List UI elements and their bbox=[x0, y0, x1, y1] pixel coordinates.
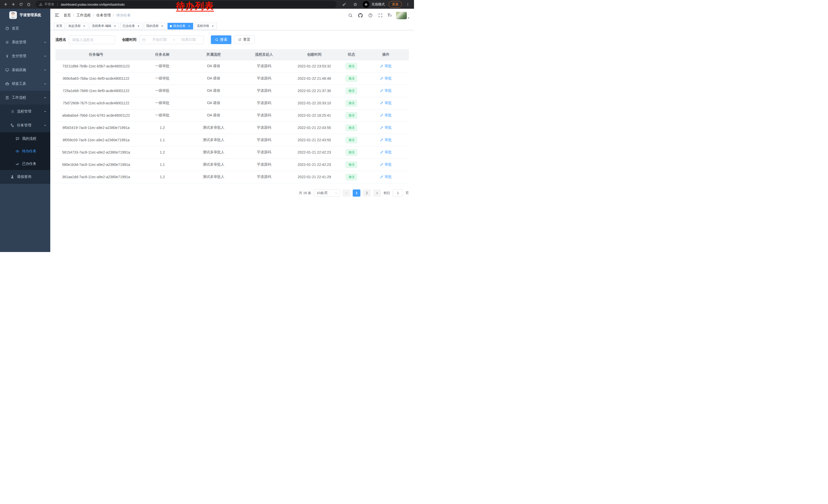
table-row[interactable]: 580e1b3d-7ac8-11ec-a9e2-a2380e71991a 1.1… bbox=[55, 158, 409, 171]
approve-link[interactable]: 审批 bbox=[380, 175, 392, 179]
approve-link-label: 审批 bbox=[384, 64, 392, 68]
search-icon[interactable] bbox=[347, 12, 353, 18]
close-icon[interactable]: × bbox=[113, 25, 117, 28]
reset-button[interactable]: 重置 bbox=[234, 35, 254, 44]
browser-back-button[interactable] bbox=[2, 1, 9, 8]
tab-my-process[interactable]: 我的流程× bbox=[144, 23, 166, 30]
tab-form-edit[interactable]: 流程表单-编辑× bbox=[89, 23, 119, 30]
sidebar: 芋道管理系统 首页 系统管理 支付管理 基础设施 研发工具 bbox=[0, 9, 50, 252]
approve-link[interactable]: 审批 bbox=[380, 150, 392, 154]
cell-initiator: 芋道源码 bbox=[239, 146, 289, 158]
browser-home-button[interactable] bbox=[25, 1, 32, 8]
sidebar-item-my-process[interactable]: 我的流程 bbox=[0, 132, 50, 145]
end-date-placeholder[interactable]: 结束日期 bbox=[176, 37, 201, 42]
table-row[interactable]: 73211d9d-7b9b-11ec-b5b7-acde48001122 一级审… bbox=[55, 60, 409, 72]
sidebar-item-payment[interactable]: 支付管理 bbox=[0, 49, 50, 63]
bookmark-star-icon[interactable] bbox=[352, 1, 359, 8]
sidebar-item-label: 基础设施 bbox=[12, 68, 26, 72]
goto-page-input[interactable] bbox=[393, 189, 403, 197]
table-row[interactable]: 75d72608-7b7f-11ec-a3c8-acde48001122 一级审… bbox=[55, 97, 409, 109]
user-menu[interactable] bbox=[396, 12, 410, 19]
cell-status: 激活 bbox=[340, 134, 363, 146]
table-row[interactable]: a6aba0a4-7b6d-11ec-b781-acde48001122 一级审… bbox=[55, 109, 409, 122]
browser-refresh-button[interactable] bbox=[17, 1, 25, 8]
breadcrumb-item[interactable]: 工作流程 bbox=[76, 13, 91, 18]
github-icon[interactable] bbox=[358, 12, 363, 18]
table-row[interactable]: 58154733-7ac8-11ec-a9e2-a2380e71991a 1.2… bbox=[55, 146, 409, 158]
security-label[interactable]: 不安全 bbox=[44, 2, 54, 7]
sidebar-item-leave-query[interactable]: 请假查询 bbox=[0, 170, 50, 184]
approve-link[interactable]: 审批 bbox=[380, 101, 392, 105]
font-size-icon[interactable]: TT bbox=[387, 13, 392, 17]
close-icon[interactable]: × bbox=[211, 25, 214, 28]
tab-home[interactable]: 首页 bbox=[54, 23, 65, 30]
page-button-2[interactable]: 2 bbox=[363, 189, 371, 197]
sidebar-item-process-mgmt[interactable]: 流程管理 bbox=[0, 104, 50, 119]
sidebar-item-infra[interactable]: 基础设施 bbox=[0, 63, 50, 77]
fullscreen-icon[interactable] bbox=[378, 12, 383, 18]
process-name-input[interactable] bbox=[69, 35, 115, 44]
status-badge: 激活 bbox=[346, 100, 357, 106]
approve-link-label: 审批 bbox=[384, 76, 392, 81]
prev-page-button[interactable] bbox=[342, 189, 350, 197]
approve-link-label: 审批 bbox=[384, 101, 392, 105]
omnibox-divider bbox=[57, 3, 58, 6]
table-row[interactable]: 8f059c03-7ac8-11ec-a9e2-a2380e71991a 1.1… bbox=[55, 134, 409, 146]
cell-process: 测试多审批人 bbox=[188, 134, 239, 146]
search-button[interactable]: 搜索 bbox=[211, 35, 232, 44]
password-key-icon[interactable] bbox=[341, 1, 348, 8]
page-size-select[interactable]: 10条/页 bbox=[314, 189, 340, 197]
sidebar-item-devtools[interactable]: 研发工具 bbox=[0, 77, 50, 91]
close-icon[interactable]: × bbox=[187, 25, 191, 28]
cell-task-name: 1.1 bbox=[137, 134, 188, 146]
approve-link-label: 审批 bbox=[384, 162, 392, 167]
approve-link[interactable]: 审批 bbox=[380, 76, 392, 81]
table-row[interactable]: 8f0d1619-7ac8-11ec-a9e2-a2380e71991a 1.2… bbox=[55, 122, 409, 134]
approve-link[interactable]: 审批 bbox=[380, 162, 392, 167]
active-dot bbox=[170, 25, 172, 27]
status-badge: 激活 bbox=[346, 162, 357, 168]
tab-start-process[interactable]: 发起流程× bbox=[66, 23, 88, 30]
chrome-update-button[interactable]: 更新 bbox=[388, 1, 402, 8]
person-icon bbox=[10, 175, 14, 179]
app-logo-title[interactable]: 芋道管理系统 bbox=[0, 9, 50, 21]
browser-forward-button[interactable] bbox=[10, 1, 17, 8]
tab-todo-task[interactable]: 待办任务× bbox=[167, 23, 193, 30]
table-row[interactable]: 069c6a63-7b8a-11ec-8ef0-acde48001122 一级审… bbox=[55, 72, 409, 85]
table-row[interactable]: 381aa1dd-7ac8-11ec-a9e2-a2380e71991a 1.2… bbox=[55, 171, 409, 183]
next-page-button[interactable] bbox=[373, 189, 381, 197]
date-range-picker[interactable]: 开始日期 - 结束日期 bbox=[139, 35, 204, 44]
approve-link[interactable]: 审批 bbox=[380, 88, 392, 93]
edit-pen-icon bbox=[380, 150, 383, 154]
tab-done-task[interactable]: 已办任务× bbox=[120, 23, 142, 30]
sidebar-item-home[interactable]: 首页 bbox=[0, 21, 50, 35]
sidebar-item-label: 待办任务 bbox=[22, 149, 36, 153]
address-bar[interactable]: 不安全 dashboard.yudao.iocoder.cn/bpm/task/… bbox=[35, 1, 336, 8]
sidebar-item-todo-task[interactable]: 待办任务 bbox=[0, 145, 50, 157]
help-icon[interactable] bbox=[368, 12, 373, 18]
approve-link[interactable]: 审批 bbox=[380, 138, 392, 142]
breadcrumb-item[interactable]: 首页 bbox=[64, 13, 71, 18]
approve-link[interactable]: 审批 bbox=[380, 125, 392, 130]
breadcrumb-item[interactable]: 任务管理 bbox=[96, 13, 111, 18]
approve-link[interactable]: 审批 bbox=[380, 113, 392, 118]
table-row[interactable]: 725a1eb6-7b88-11ec-8ef0-acde48001122 一级审… bbox=[55, 85, 409, 97]
page-unit-label: 页 bbox=[406, 191, 409, 195]
approve-link[interactable]: 审批 bbox=[380, 64, 392, 68]
sidebar-item-task-mgmt[interactable]: 任务管理 bbox=[0, 119, 50, 132]
start-date-placeholder[interactable]: 开始日期 bbox=[147, 37, 172, 42]
browser-menu-icon[interactable] bbox=[406, 2, 410, 6]
cell-task-id: 580e1b3d-7ac8-11ec-a9e2-a2380e71991a bbox=[55, 158, 137, 171]
close-icon[interactable]: × bbox=[137, 25, 140, 28]
url-text[interactable]: dashboard.yudao.iocoder.cn/bpm/task/todo bbox=[61, 3, 125, 6]
sidebar-item-workflow[interactable]: 工作流程 bbox=[0, 91, 50, 104]
user-avatar[interactable] bbox=[396, 12, 407, 19]
sidebar-item-system[interactable]: 系统管理 bbox=[0, 35, 50, 49]
close-icon[interactable]: × bbox=[160, 25, 164, 28]
edit-pen-icon bbox=[380, 163, 383, 166]
tab-process-detail[interactable]: 流程详情× bbox=[195, 23, 217, 30]
sidebar-toggle-icon[interactable] bbox=[54, 12, 60, 18]
close-icon[interactable]: × bbox=[82, 25, 86, 28]
sidebar-item-done-task[interactable]: 已办任务 bbox=[0, 157, 50, 170]
page-button-1[interactable]: 1 bbox=[353, 189, 360, 197]
